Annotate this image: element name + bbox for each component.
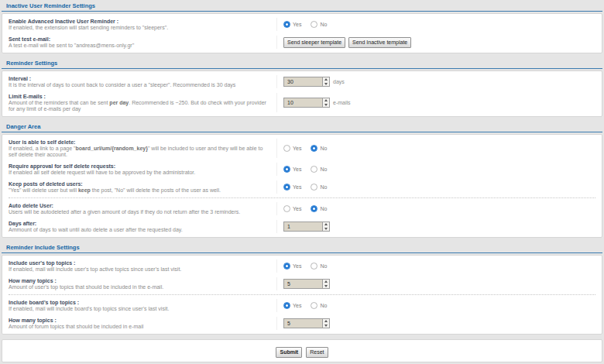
radio-icon — [311, 166, 317, 173]
setting-label: Sent test e-mail: — [9, 36, 269, 43]
number-stepper[interactable] — [322, 222, 329, 231]
radio-yes[interactable]: Yes — [283, 263, 301, 270]
setting-row-enable-reminder: Enable Advanced Inactive User Reminder :… — [2, 15, 602, 33]
radio-yes[interactable]: Yes — [283, 21, 301, 28]
setting-row-board-topics-count: How many topics : Amount of forum topics… — [2, 314, 602, 332]
setting-label: Auto delete User: — [9, 202, 269, 209]
reset-button[interactable]: Reset — [306, 347, 328, 358]
row-separator — [9, 294, 595, 295]
setting-desc: If enabled, a link to a page "board_url/… — [9, 146, 269, 158]
radio-icon — [311, 263, 317, 270]
setting-desc: "Yes" will delete user but will keep the… — [9, 187, 269, 194]
setting-label: Limit E-mails : — [9, 93, 269, 100]
setting-desc: If enabled, mail will include board's to… — [9, 306, 269, 312]
setting-label: Interval : — [9, 75, 269, 82]
section-title-reminder-include: Reminder Include Settings — [2, 242, 602, 253]
setting-desc: A test e-mail will be sent to "andreas@m… — [9, 43, 269, 49]
board-topics-count-input[interactable]: 5 — [283, 318, 330, 328]
setting-row-require-approval: Require approval for self delete request… — [2, 160, 602, 178]
self-delete-radio-group: Yes No — [283, 145, 327, 152]
radio-icon — [283, 205, 290, 212]
radio-yes[interactable]: Yes — [283, 166, 301, 173]
section-panel: Enable Advanced Inactive User Reminder :… — [2, 13, 602, 53]
number-stepper[interactable] — [322, 77, 329, 86]
radio-yes[interactable]: Yes — [283, 145, 301, 152]
number-stepper[interactable] — [322, 98, 329, 107]
setting-row-send-test-email: Sent test e-mail: A test e-mail will be … — [2, 33, 602, 51]
spin-down-icon[interactable] — [323, 103, 329, 108]
setting-row-include-user-topics: Include user's top topics : If enabled, … — [2, 257, 602, 275]
radio-yes[interactable]: Yes — [283, 184, 301, 191]
setting-label: Enable Advanced Inactive User Reminder : — [9, 18, 269, 25]
setting-row-auto-delete: Auto delete User: Users will be autodele… — [2, 200, 602, 218]
setting-desc: If enabled, the extension will start sen… — [9, 25, 269, 31]
radio-icon — [311, 21, 317, 28]
setting-row-keep-posts: Keep posts of deleted users: "Yes" will … — [2, 178, 602, 196]
radio-icon — [283, 263, 290, 270]
interval-input[interactable]: 30 — [283, 77, 330, 87]
section-panel: User is able to self delete: If enabled,… — [2, 134, 602, 238]
setting-desc: Amount of forum topics that should be in… — [9, 324, 269, 330]
unit-label: e-mails — [333, 100, 351, 105]
radio-icon — [283, 21, 290, 28]
radio-no[interactable]: No — [311, 205, 327, 212]
setting-row-interval: Interval : It is the interval of days to… — [2, 73, 602, 91]
setting-label: Keep posts of deleted users: — [9, 180, 269, 187]
send-sleeper-template-button[interactable]: Send sleeper template — [283, 37, 345, 48]
radio-icon — [311, 205, 317, 212]
spin-down-icon[interactable] — [323, 82, 329, 87]
section-title-inactive-user-reminder: Inactive User Reminder Settings — [2, 1, 602, 12]
send-inactive-template-button[interactable]: Send Inactive template — [348, 37, 411, 48]
radio-no[interactable]: No — [311, 184, 327, 191]
spin-down-icon[interactable] — [323, 284, 329, 289]
setting-desc: If enabled all self delete request will … — [9, 170, 269, 176]
setting-desc: Users will be autodeleted after a given … — [9, 209, 269, 215]
number-stepper[interactable] — [322, 280, 329, 288]
setting-desc: If enabled, mail will include user's top… — [9, 266, 269, 273]
section-panel: Include user's top topics : If enabled, … — [2, 255, 602, 335]
days-after-input[interactable]: 1 — [283, 221, 330, 232]
radio-icon — [283, 145, 290, 152]
include-user-topics-radio-group: Yes No — [283, 263, 327, 270]
setting-desc: Amount of user's top topics that should … — [9, 284, 269, 290]
setting-desc: Ammount of days to wait until auto delet… — [9, 227, 269, 233]
settings-page: Inactive User Reminder Settings Enable A… — [0, 0, 604, 364]
radio-icon — [311, 145, 317, 152]
radio-yes[interactable]: Yes — [283, 205, 301, 212]
radio-no[interactable]: No — [311, 166, 327, 173]
auto-delete-radio-group: Yes No — [283, 205, 327, 212]
submit-button[interactable]: Submit — [276, 347, 302, 358]
section-title-danger-area: Danger Area — [2, 122, 602, 132]
radio-icon — [283, 166, 290, 173]
setting-label: User is able to self delete: — [9, 139, 269, 146]
setting-desc: Amount of the reminders that can be sent… — [9, 100, 269, 112]
setting-label: Days after: — [9, 220, 269, 227]
user-topics-count-input[interactable]: 5 — [283, 279, 330, 289]
include-board-topics-radio-group: Yes No — [283, 302, 327, 309]
form-actions-panel: Submit Reset — [2, 339, 602, 362]
setting-row-days-after: Days after: Ammount of days to wait unti… — [2, 218, 602, 235]
section-title-reminder-settings: Reminder Settings — [2, 58, 602, 69]
limit-emails-input[interactable]: 10 — [283, 98, 330, 108]
setting-label: Require approval for self delete request… — [9, 163, 269, 170]
radio-icon — [311, 302, 317, 309]
enable-reminder-radio-group: Yes No — [283, 21, 327, 28]
spin-down-icon[interactable] — [323, 227, 329, 232]
setting-label: Include user's top topics : — [9, 259, 269, 266]
radio-no[interactable]: No — [311, 263, 327, 270]
spin-down-icon[interactable] — [323, 324, 329, 328]
setting-desc: It is the interval of days to count back… — [9, 82, 269, 88]
radio-no[interactable]: No — [311, 302, 327, 309]
setting-row-user-topics-count: How many topics : Amount of user's top t… — [2, 275, 602, 293]
setting-label: How many topics : — [9, 317, 269, 324]
radio-no[interactable]: No — [311, 145, 327, 152]
radio-yes[interactable]: Yes — [283, 302, 301, 309]
radio-no[interactable]: No — [311, 21, 327, 28]
unit-label: days — [333, 79, 345, 84]
keep-posts-radio-group: Yes No — [283, 184, 327, 191]
number-stepper[interactable] — [322, 319, 329, 328]
setting-row-limit-emails: Limit E-mails : Amount of the reminders … — [2, 91, 602, 115]
setting-label: How many topics : — [9, 277, 269, 284]
require-approval-radio-group: Yes No — [283, 166, 327, 173]
radio-icon — [311, 184, 317, 191]
